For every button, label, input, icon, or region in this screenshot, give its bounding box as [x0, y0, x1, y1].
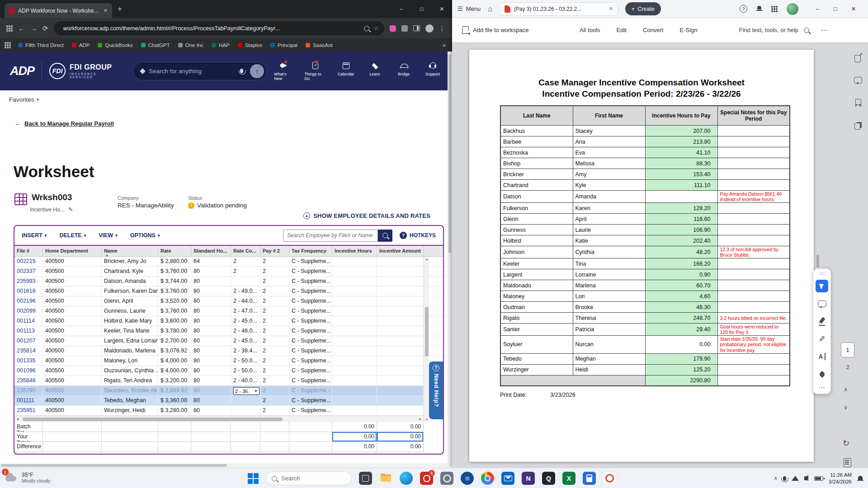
file-explorer-icon[interactable] [379, 472, 392, 485]
taskbar-search-input[interactable] [281, 475, 335, 482]
speaker-icon[interactable] [804, 476, 807, 480]
notification-center-icon[interactable] [857, 475, 863, 482]
page-horizontal-scrollbar[interactable] [0, 463, 448, 468]
battery-icon[interactable] [814, 476, 823, 481]
bookmark-saasant[interactable]: SaasAnt [302, 41, 336, 49]
show-employee-details-link[interactable]: + SHOW EMPLOYEE DETAILS AND RATES [303, 212, 430, 219]
acrobat-maximize-button[interactable]: □ [826, 5, 844, 12]
document-tab-close-icon[interactable]: ✕ [609, 6, 613, 12]
grid-vscroll-thumb[interactable] [425, 307, 429, 357]
add-comment-tool[interactable] [816, 297, 828, 310]
previous-page-icon[interactable]: ∧ [844, 386, 848, 393]
tray-overflow-icon[interactable]: ∧ [774, 475, 778, 481]
column-header-pay-2[interactable]: Pay # 2 [260, 246, 289, 256]
scroll-down-icon[interactable]: ▼ [424, 418, 429, 421]
browser-tab[interactable]: ADP Workforce Now - Workshe... ✕ [5, 3, 112, 18]
table-row[interactable]: 001111400500Tebedo, Meghan$ 3,360.00802C… [14, 396, 443, 406]
menu-insert[interactable]: INSERT▾ [22, 232, 47, 239]
column-header-incentive-hours[interactable]: Incentive Hours [332, 246, 377, 256]
bookmark-adp[interactable]: ADP [68, 41, 94, 49]
scroll-left-icon[interactable]: ◄ [16, 417, 19, 421]
search-submit-button[interactable]: ↑ [250, 64, 264, 78]
table-row[interactable]: 001335400500Maloney, Lori$ 4,000.00802 -… [14, 356, 443, 366]
hotkeys-button[interactable]: ? HOTKEYS [400, 232, 436, 239]
app-launcher-icon[interactable] [771, 6, 778, 12]
bookmark-chatgpt[interactable]: ChatGPT [137, 41, 174, 49]
menu-options[interactable]: OPTIONS▾ [130, 232, 160, 239]
back-button[interactable]: ← [18, 24, 25, 32]
acrobat-minimize-button[interactable]: – [808, 5, 826, 12]
rotate-page-icon[interactable]: ↻ [843, 438, 849, 448]
grid-hscroll-thumb[interactable] [23, 418, 283, 421]
bookmarks-panel-icon[interactable] [854, 99, 863, 108]
notifications-bell-icon[interactable] [756, 6, 762, 12]
acrobat-menu-button[interactable]: ☰ Menu [458, 5, 481, 12]
page-number-next[interactable]: 2 [841, 360, 854, 375]
nav-support[interactable]: Support [423, 61, 442, 81]
edit-pencil-icon[interactable]: ✎ [68, 206, 73, 213]
table-row[interactable]: 235790400500Saunders, Brooke Ali...$ 2,8… [14, 386, 443, 396]
scroll-right-icon[interactable]: ► [419, 417, 422, 421]
sidebar-icon[interactable] [413, 25, 420, 31]
outlook-icon[interactable] [501, 472, 514, 485]
page-number-current[interactable]: 1 [841, 343, 854, 357]
nav-things-to-do[interactable]: Things to Do [305, 61, 326, 81]
table-row[interactable]: 001114400500Holbird, Katie Mary$ 3,600.0… [14, 316, 443, 326]
adp-search-input[interactable] [149, 68, 233, 75]
teams-icon[interactable] [461, 472, 474, 485]
grid-vertical-scrollbar[interactable]: ▲ ▼ [424, 257, 429, 422]
tab-edit[interactable]: Edit [617, 27, 627, 33]
bookmark-hap[interactable]: HAP [208, 41, 233, 49]
fit-width-icon[interactable] [844, 458, 851, 467]
excel-icon[interactable] [562, 472, 576, 485]
start-button[interactable] [248, 473, 259, 484]
export-pdf-icon[interactable] [854, 53, 863, 62]
table-row[interactable]: 235951400500Wurzinger, Heidi$ 3,280.0080… [14, 406, 443, 416]
fill-sign-tool[interactable] [816, 368, 828, 380]
add-file-button[interactable]: Add file to workspace [462, 26, 529, 34]
table-row[interactable]: 002196400500Glenn, April$ 3,520.00802 - … [14, 296, 443, 306]
refresh-button[interactable]: ⟳ [42, 24, 48, 33]
table-row[interactable]: 235993400500Datson, Amanda$ 3,744.00802C… [14, 277, 443, 286]
account-avatar[interactable] [787, 3, 798, 15]
column-header-file[interactable]: File # [14, 246, 43, 256]
column-header-rate[interactable]: Rate [158, 246, 191, 256]
nav-what-s-new[interactable]: What's New [274, 61, 294, 81]
browser-maximize-button[interactable]: □ [411, 0, 432, 18]
page-hscroll-thumb[interactable] [1, 464, 227, 467]
comments-panel-icon[interactable] [854, 76, 863, 85]
bookmarks-overflow-icon[interactable]: » [443, 42, 448, 48]
toolbar-more-icon[interactable]: ⋯ [821, 26, 828, 34]
table-row[interactable]: 001113400500Keeler, Tina Marie$ 3,780.00… [14, 326, 443, 336]
home-icon[interactable]: ⌂ [488, 5, 492, 13]
edge-icon[interactable] [400, 472, 413, 485]
page-vscroll-thumb[interactable] [448, 54, 451, 253]
table-row[interactable]: 235814400500Maldonado, Marlena$ 3,076.92… [14, 346, 443, 356]
column-header-rate-co[interactable]: Rate Co... [231, 246, 260, 256]
table-row[interactable]: 001207400500Largent, Edna Lorraine$ 2,70… [14, 336, 443, 346]
table-row[interactable]: 002099400500Gunness, Laurie$ 3,760.00802… [14, 306, 443, 316]
rate-code-dropdown[interactable]: 2 - 36.▼ [233, 387, 259, 395]
more-tools-icon[interactable]: ⋯ [818, 385, 826, 390]
acrobat-close-button[interactable]: ✕ [844, 5, 863, 12]
need-help-button[interactable]: ? Need Help? [429, 361, 443, 419]
column-header-incentive-amount[interactable]: Incentive Amount [377, 246, 424, 256]
page-vertical-scrollbar[interactable] [448, 52, 452, 468]
add-text-tool[interactable] [816, 350, 828, 363]
new-tab-button[interactable]: + [118, 5, 122, 14]
find-tools-button[interactable]: Find text, tools, or help ⋯ [739, 26, 828, 34]
microphone-icon[interactable] [240, 69, 243, 73]
tab-all-tools[interactable]: All tools [580, 27, 600, 33]
menu-delete[interactable]: DELETE▾ [59, 232, 86, 239]
favorite-star-icon[interactable]: ☆ [373, 25, 379, 32]
browser-minimize-button[interactable]: – [391, 0, 411, 18]
next-page-icon[interactable]: ∨ [844, 404, 848, 411]
nav-bridge[interactable]: Bridge [394, 61, 413, 81]
snip-tool-icon[interactable] [359, 472, 372, 485]
column-header-tax-frequency[interactable]: Tax Frequency [289, 246, 332, 256]
pages-panel-icon[interactable] [854, 121, 863, 130]
tab-convert[interactable]: Convert [643, 27, 664, 33]
weather-widget[interactable]: 1 35°F Mostly cloudy [4, 470, 51, 485]
zoom-icon[interactable] [364, 26, 369, 31]
extensions-puzzle-icon[interactable] [401, 25, 408, 32]
